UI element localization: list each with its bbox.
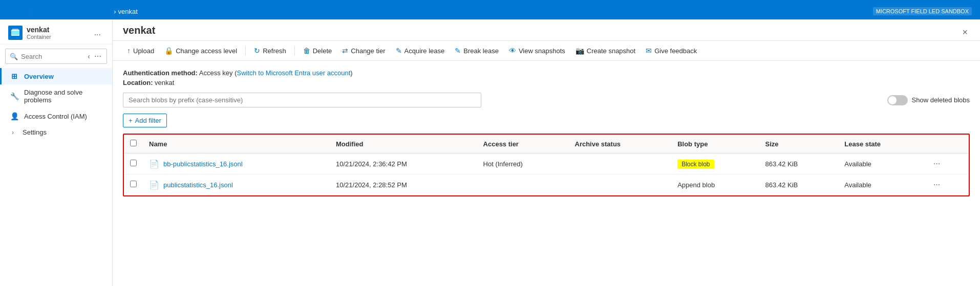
settings-chevron-icon: › [8, 129, 17, 136]
row1-blob-type-badge: Block blob [677, 160, 714, 169]
location-row: Location: venkat [123, 79, 970, 86]
resource-type: Container [27, 34, 51, 40]
auth-method-link[interactable]: Switch to Microsoft Entra user account [237, 69, 350, 77]
row1-more-cell: ··· [924, 153, 969, 174]
resource-icon [8, 26, 23, 40]
row1-modified: 10/21/2024, 2:36:42 PM [330, 153, 477, 174]
blobs-table-container: Name Modified Access tier Archive status… [123, 134, 970, 196]
change-tier-button[interactable]: ⇄ Change tier [338, 44, 389, 57]
row1-checkbox-cell [124, 153, 143, 174]
view-snapshots-icon: 👁 [509, 47, 516, 55]
header-archive-status: Archive status [569, 135, 672, 153]
give-feedback-icon: ✉ [646, 47, 652, 55]
add-filter-icon: + [129, 117, 133, 124]
sidebar-item-overview[interactable]: ⊞ Overview [0, 68, 112, 84]
row1-filename-link[interactable]: bb-publicstatistics_16.jsonl [163, 160, 243, 168]
sidebar: venkat Container ... 🔍 ‹ ⋯ ⊞ Overview 🔧 … [0, 19, 113, 286]
header-name: Name [143, 135, 330, 153]
header-checkbox-cell [124, 135, 143, 153]
nav-items: ⊞ Overview 🔧 Diagnose and solve problems… [0, 68, 112, 140]
svg-rect-2 [12, 31, 19, 35]
row2-access-tier [477, 174, 569, 195]
breadcrumb-home[interactable]: Home [8, 8, 26, 15]
resource-more-button[interactable]: ... [91, 27, 104, 38]
header-lease-state: Lease state [838, 135, 924, 153]
add-filter-button[interactable]: + Add filter [123, 114, 167, 127]
sidebar-search-box: 🔍 ‹ ⋯ [5, 49, 107, 64]
table-header-row: Name Modified Access tier Archive status… [124, 135, 969, 153]
give-feedback-button[interactable]: ✉ Give feedback [642, 44, 701, 57]
delete-button[interactable]: 🗑 Delete [299, 44, 336, 57]
upload-icon: ↑ [127, 47, 131, 55]
sidebar-item-diagnose-label: Diagnose and solve problems [24, 89, 104, 104]
refresh-icon: ↻ [254, 47, 260, 55]
break-lease-button[interactable]: ✎ Break lease [451, 44, 503, 57]
diagnose-icon: 🔧 [10, 92, 19, 100]
resource-name-area: venkat Container [27, 26, 51, 40]
row2-modified: 10/21/2024, 2:28:52 PM [330, 174, 477, 195]
row2-blob-type: Append blob [671, 174, 759, 195]
upload-button[interactable]: ↑ Upload [123, 44, 158, 57]
create-snapshot-button[interactable]: 📷 Create snapshot [571, 44, 640, 57]
row1-lease-state: Available [838, 153, 924, 174]
content-area: Authentication method: Access key (Switc… [113, 61, 980, 286]
row1-more-button[interactable]: ··· [930, 158, 943, 169]
row2-archive-status [569, 174, 672, 195]
row2-more-button[interactable]: ··· [930, 179, 943, 190]
toolbar-separator-2 [294, 46, 295, 56]
sidebar-item-settings[interactable]: › Settings [0, 124, 112, 140]
table-row: 📄 publicstatistics_16.jsonl 10/21/2024, … [124, 174, 969, 195]
row2-checkbox-cell [124, 174, 143, 195]
search-icon: 🔍 [10, 53, 18, 60]
blob-search-input[interactable] [123, 93, 481, 107]
close-button[interactable]: × [960, 25, 970, 40]
breadcrumb-current: venkat [118, 8, 138, 15]
row2-checkbox[interactable] [130, 181, 137, 187]
location-label: Location: [123, 79, 153, 86]
sidebar-item-overview-label: Overview [24, 73, 54, 80]
sidebar-search-input[interactable] [21, 53, 83, 60]
row2-filename-link[interactable]: publicstatistics_16.jsonl [163, 181, 233, 189]
select-all-checkbox[interactable] [130, 140, 137, 146]
show-deleted-toggle[interactable] [887, 95, 908, 105]
ms-badge: MICROSOFT FIELD LED SANDBOX [873, 7, 972, 15]
change-access-level-button[interactable]: 🔒 Change access level [160, 44, 241, 57]
auth-method-label: Authentication method: [123, 69, 198, 77]
search-filter-row: Show deleted blobs [123, 93, 970, 107]
row2-more-cell: ··· [924, 174, 969, 195]
sidebar-search-dots-btn[interactable]: ⋯ [93, 51, 102, 61]
row1-checkbox[interactable] [130, 160, 137, 166]
refresh-button[interactable]: ↻ Refresh [250, 44, 290, 57]
row1-archive-status [569, 153, 672, 174]
header-blob-type: Blob type [671, 135, 759, 153]
blobs-table: Name Modified Access tier Archive status… [124, 135, 969, 195]
change-tier-icon: ⇄ [342, 47, 348, 55]
break-lease-icon: ✎ [455, 47, 461, 55]
header-modified: Modified [330, 135, 477, 153]
row2-name-cell: 📄 publicstatistics_16.jsonl [143, 174, 330, 195]
sidebar-item-diagnose[interactable]: 🔧 Diagnose and solve problems [0, 84, 112, 108]
header-actions [924, 135, 969, 153]
breadcrumb-containers[interactable]: venkat326123 | Containers [32, 8, 112, 15]
toolbar: ↑ Upload 🔒 Change access level ↻ Refresh… [113, 41, 980, 61]
add-filter-label: Add filter [135, 117, 161, 124]
row1-name-cell: 📄 bb-publicstatistics_16.jsonl [143, 153, 330, 174]
sidebar-item-iam[interactable]: 👤 Access Control (IAM) [0, 108, 112, 124]
row1-blob-type: Block blob [671, 153, 759, 174]
row2-size: 863.42 KiB [759, 174, 839, 195]
show-deleted-area: Show deleted blobs [887, 95, 970, 105]
file-icon-row1: 📄 [149, 159, 159, 169]
sidebar-search-collapse-btn[interactable]: ‹ [87, 51, 91, 61]
page-title: venkat [123, 25, 155, 40]
breadcrumb: Home › venkat326123 | Containers › venka… [8, 8, 138, 15]
header-access-tier: Access tier [477, 135, 569, 153]
view-snapshots-button[interactable]: 👁 View snapshots [505, 44, 569, 57]
resource-header: venkat Container ... [0, 19, 112, 45]
row1-size: 863.42 KiB [759, 153, 839, 174]
iam-icon: 👤 [10, 112, 19, 120]
main-content: venkat × ↑ Upload 🔒 Change access level … [113, 19, 980, 286]
auth-method-row: Authentication method: Access key (Switc… [123, 69, 970, 77]
acquire-lease-button[interactable]: ✎ Acquire lease [392, 44, 449, 57]
header-size: Size [759, 135, 839, 153]
show-deleted-label: Show deleted blobs [912, 96, 970, 104]
